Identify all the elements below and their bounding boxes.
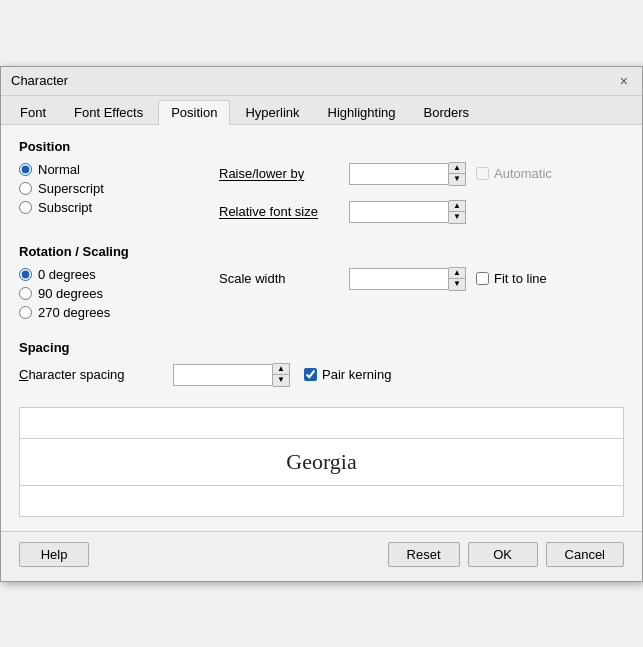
dialog-title: Character xyxy=(11,73,68,88)
close-button[interactable]: × xyxy=(616,73,632,89)
position-layout: Normal Superscript Subscript Raise/l xyxy=(19,162,624,230)
raise-lower-spinner-buttons: ▲ ▼ xyxy=(449,162,466,186)
radio-0deg[interactable]: 0 degrees xyxy=(19,267,219,282)
raise-lower-text: Raise/lower by xyxy=(219,166,304,181)
fit-to-line-checkbox[interactable] xyxy=(476,272,489,285)
ok-button[interactable]: OK xyxy=(468,542,538,567)
radio-superscript-label: Superscript xyxy=(38,181,104,196)
char-spacing-down[interactable]: ▼ xyxy=(273,375,289,386)
radio-normal[interactable]: Normal xyxy=(19,162,219,177)
radio-superscript[interactable]: Superscript xyxy=(19,181,219,196)
tab-highlighting[interactable]: Highlighting xyxy=(315,100,409,124)
radio-subscript[interactable]: Subscript xyxy=(19,200,219,215)
relative-font-row: Relative font size 100% ▲ ▼ xyxy=(219,200,552,224)
char-spacing-underline-c: C xyxy=(19,367,28,382)
raise-lower-up[interactable]: ▲ xyxy=(449,163,465,174)
radio-0deg-label: 0 degrees xyxy=(38,267,96,282)
position-radios: Normal Superscript Subscript xyxy=(19,162,219,230)
relative-font-spinner: 100% ▲ ▼ xyxy=(349,200,466,224)
pair-kerning-wrapper: Pair kerning xyxy=(304,367,391,382)
radio-0deg-input[interactable] xyxy=(19,268,32,281)
relative-font-down[interactable]: ▼ xyxy=(449,212,465,223)
position-section-title: Position xyxy=(19,139,624,154)
scale-width-spinner: 100% ▲ ▼ xyxy=(349,267,466,291)
radio-90deg-label: 90 degrees xyxy=(38,286,103,301)
raise-lower-row: Raise/lower by 1% ▲ ▼ Automatic xyxy=(219,162,552,186)
fit-to-line-wrapper: Fit to line xyxy=(476,271,547,286)
character-dialog: Character × Font Font Effects Position H… xyxy=(0,66,643,582)
fit-to-line-label: Fit to line xyxy=(494,271,547,286)
dialog-content: Position Normal Superscript Subscript xyxy=(1,125,642,531)
preview-bottom-line xyxy=(20,485,623,486)
raise-lower-label: Raise/lower by xyxy=(219,166,349,181)
relative-font-spinner-buttons: ▲ ▼ xyxy=(449,200,466,224)
radio-90deg-input[interactable] xyxy=(19,287,32,300)
radio-90deg[interactable]: 90 degrees xyxy=(19,286,219,301)
preview-area: Georgia xyxy=(19,407,624,517)
char-spacing-row: Character spacing -0.1 pt ▲ ▼ Pair kerni… xyxy=(19,363,624,387)
scale-width-down[interactable]: ▼ xyxy=(449,279,465,290)
relative-font-input[interactable]: 100% xyxy=(349,201,449,223)
scale-width-row: Scale width 100% ▲ ▼ Fit to line xyxy=(219,267,547,291)
radio-normal-label: Normal xyxy=(38,162,80,177)
rotation-section-title: Rotation / Scaling xyxy=(19,244,624,259)
tab-position[interactable]: Position xyxy=(158,100,230,125)
reset-button[interactable]: Reset xyxy=(388,542,460,567)
tab-bar: Font Font Effects Position Hyperlink Hig… xyxy=(1,96,642,125)
rotation-layout: 0 degrees 90 degrees 270 degrees Scale w… xyxy=(19,267,624,326)
position-fields: Raise/lower by 1% ▲ ▼ Automatic xyxy=(219,162,552,230)
spacing-section-title: Spacing xyxy=(19,340,624,355)
raise-lower-down[interactable]: ▼ xyxy=(449,174,465,185)
raise-lower-spinner: 1% ▲ ▼ xyxy=(349,162,466,186)
scale-width-label: Scale width xyxy=(219,271,349,286)
radio-superscript-input[interactable] xyxy=(19,182,32,195)
automatic-label: Automatic xyxy=(494,166,552,181)
raise-lower-input[interactable]: 1% xyxy=(349,163,449,185)
automatic-checkbox[interactable] xyxy=(476,167,489,180)
cancel-button[interactable]: Cancel xyxy=(546,542,624,567)
relative-font-up[interactable]: ▲ xyxy=(449,201,465,212)
tab-hyperlink[interactable]: Hyperlink xyxy=(232,100,312,124)
radio-270deg[interactable]: 270 degrees xyxy=(19,305,219,320)
scale-width-spinner-buttons: ▲ ▼ xyxy=(449,267,466,291)
scale-width-input[interactable]: 100% xyxy=(349,268,449,290)
button-row: Help Reset OK Cancel xyxy=(1,531,642,581)
rotation-radio-group: 0 degrees 90 degrees 270 degrees xyxy=(19,267,219,320)
scale-width-up[interactable]: ▲ xyxy=(449,268,465,279)
help-button[interactable]: Help xyxy=(19,542,89,567)
radio-normal-input[interactable] xyxy=(19,163,32,176)
radio-subscript-input[interactable] xyxy=(19,201,32,214)
radio-subscript-label: Subscript xyxy=(38,200,92,215)
char-spacing-input[interactable]: -0.1 pt xyxy=(173,364,273,386)
char-spacing-up[interactable]: ▲ xyxy=(273,364,289,375)
char-spacing-spinner: -0.1 pt ▲ ▼ xyxy=(173,363,290,387)
title-bar: Character × xyxy=(1,67,642,96)
char-spacing-label: Character spacing xyxy=(19,367,169,382)
rotation-radios: 0 degrees 90 degrees 270 degrees xyxy=(19,267,219,326)
pair-kerning-label: Pair kerning xyxy=(322,367,391,382)
rotation-fields: Scale width 100% ▲ ▼ Fit to line xyxy=(219,267,547,326)
radio-270deg-input[interactable] xyxy=(19,306,32,319)
char-spacing-rest: haracter spacing xyxy=(28,367,124,382)
position-radio-group: Normal Superscript Subscript xyxy=(19,162,219,215)
tab-font-effects[interactable]: Font Effects xyxy=(61,100,156,124)
relative-font-label-text: Relative font size xyxy=(219,204,349,219)
preview-top-line xyxy=(20,438,623,439)
tab-borders[interactable]: Borders xyxy=(411,100,483,124)
preview-text: Georgia xyxy=(286,449,356,475)
char-spacing-spinner-buttons: ▲ ▼ xyxy=(273,363,290,387)
automatic-checkbox-wrapper: Automatic xyxy=(476,166,552,181)
radio-270deg-label: 270 degrees xyxy=(38,305,110,320)
tab-font[interactable]: Font xyxy=(7,100,59,124)
pair-kerning-checkbox[interactable] xyxy=(304,368,317,381)
